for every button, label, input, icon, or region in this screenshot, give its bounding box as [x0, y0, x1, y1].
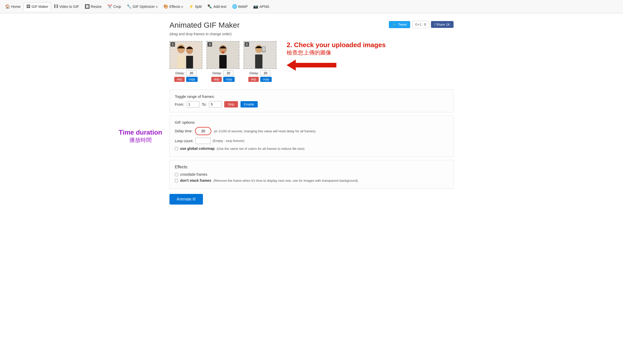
nav-resize-label: Resize [91, 5, 102, 9]
delay-time-row: Delay time: (in 1/100 of second, changin… [175, 127, 448, 135]
tweet-button[interactable]: 🐦 Tweet [389, 21, 410, 28]
effects-label: Effects: [175, 165, 448, 169]
animate-button[interactable]: Animate it! [169, 194, 203, 205]
share-label: Share 1K [436, 23, 450, 26]
copy-button-2[interactable]: copy [223, 77, 235, 82]
nav-split[interactable]: ⚡ Split [186, 3, 204, 10]
social-buttons: 🐦 Tweet G+1 0 f Share 1K [389, 21, 454, 28]
svg-rect-11 [255, 54, 263, 68]
frame-item-2: 3 Delay: [206, 41, 239, 82]
time-callout-line2: 播放時間 [119, 136, 162, 144]
delay-input-2[interactable] [223, 70, 233, 76]
time-callout: Time duration 播放時間 [119, 129, 162, 144]
home-icon: 🏠 [5, 4, 10, 9]
nav-apng[interactable]: 📷 APNG [251, 3, 272, 10]
share-button[interactable]: f Share 1K [431, 21, 454, 28]
svg-rect-13 [262, 47, 265, 51]
colormap-checkbox[interactable] [175, 147, 178, 150]
toggle-range-label: Toggle range of frames: [175, 94, 448, 99]
split-icon: ⚡ [189, 4, 194, 9]
nav-gif-optimizer-label: GIF Optimizer » [133, 5, 158, 9]
skip-button-2[interactable]: skip [211, 77, 222, 82]
svg-rect-8 [219, 55, 227, 68]
frame-delay-row-2: Delay: [213, 70, 234, 76]
header-row: Animated GIF Maker 🐦 Tweet G+1 0 f Share… [169, 21, 454, 29]
nav-crop[interactable]: ✂️ Crop [105, 3, 124, 10]
delay-input-1[interactable] [186, 70, 196, 76]
red-arrow [287, 60, 336, 71]
skip-button-3[interactable]: skip [248, 77, 259, 82]
colormap-hint: (Use the same set of colors for all fram… [217, 147, 304, 151]
gplus-count: 0 [422, 23, 426, 26]
to-label: To: [202, 102, 207, 106]
gif-optimizer-icon: 🔧 [127, 4, 132, 9]
frames-section: 1 [169, 41, 454, 82]
copy-button-1[interactable]: copy [186, 77, 198, 82]
page-subtitle: (drag and drop frames to change order) [169, 32, 454, 36]
frame-delay-row-3: Delay: [250, 70, 271, 76]
nav-home[interactable]: 🏠 Home [3, 3, 23, 10]
svg-point-10 [255, 45, 263, 53]
colormap-row: use global colormap (Use the same set of… [175, 147, 448, 151]
frame-number-2: 3 [207, 42, 212, 47]
copy-button-3[interactable]: copy [260, 77, 272, 82]
toggle-range-row: From: To: Skip Enable [175, 101, 448, 107]
loop-count-input[interactable] [195, 138, 211, 144]
colormap-label: use global colormap [180, 147, 215, 151]
main-content: Animated GIF Maker 🐦 Tweet G+1 0 f Share… [159, 13, 464, 212]
loop-count-row: Loop count: (Empty - loop forever) [175, 138, 448, 144]
nav-gif-maker[interactable]: 🖼 GIF Maker [24, 3, 51, 11]
nav-effects[interactable]: 🎨 Effects » [161, 3, 186, 10]
time-callout-line1: Time duration [119, 129, 162, 136]
nav-video-to-gif[interactable]: 🎞 Video to GIF [51, 3, 81, 10]
effects-section: Effects: crossfade frames don't stack fr… [169, 160, 454, 189]
frame-delay-row-1: Delay: [176, 70, 197, 76]
nav-resize[interactable]: 🔲 Resize [82, 3, 104, 10]
add-text-icon: ✒️ [207, 4, 212, 9]
svg-point-7 [222, 52, 224, 53]
delay-time-label: Delay time: [175, 129, 193, 133]
dont-stack-hint: (Remove the frame when it's time to disp… [213, 179, 358, 183]
nav-webp[interactable]: 🌐 WebP [230, 3, 250, 10]
frame-image-3[interactable]: 2 [244, 41, 276, 69]
crossfade-checkbox[interactable] [175, 173, 178, 176]
gif-options-wrapper: Time duration 播放時間 GIF options: Delay ti… [169, 115, 454, 157]
facebook-icon: f [435, 23, 436, 26]
frame-item-3: 2 Delay: [244, 41, 276, 82]
to-input[interactable] [209, 101, 222, 107]
frame-item-1: 1 [169, 41, 202, 82]
nav-add-text-label: Add text [213, 5, 226, 9]
loop-count-hint: (Empty - loop forever) [213, 139, 245, 143]
delay-time-input[interactable] [198, 128, 208, 134]
skip-button-1[interactable]: skip [174, 77, 185, 82]
nav-add-text[interactable]: ✒️ Add text [205, 3, 229, 10]
frames-list: 1 [169, 41, 276, 82]
toggle-enable-button[interactable]: Enable [240, 101, 258, 107]
delay-time-oval [195, 127, 211, 135]
webp-icon: 🌐 [232, 4, 237, 9]
instruction-subtitle: 檢查您上傳的圖像 [287, 49, 386, 57]
gplus-button[interactable]: G+1 0 [412, 21, 429, 28]
nav-gif-optimizer[interactable]: 🔧 GIF Optimizer » [124, 3, 160, 10]
delay-label-1: Delay: [176, 71, 185, 75]
nav-apng-label: APNG [259, 5, 269, 9]
toggle-skip-button[interactable]: Skip [224, 101, 238, 107]
frame-image-2[interactable]: 3 [206, 41, 239, 69]
dont-stack-checkbox[interactable] [175, 179, 178, 182]
nav-split-label: Split [195, 5, 202, 9]
delay-input-3[interactable] [260, 70, 270, 76]
video-icon: 🎞 [54, 4, 58, 9]
frame-image-1[interactable]: 1 [169, 41, 202, 69]
nav-crop-label: Crop [113, 5, 121, 9]
delay-time-hint: (in 1/100 of second, changing this value… [214, 129, 316, 133]
svg-rect-4 [186, 56, 193, 68]
tweet-label: Tweet [398, 23, 407, 26]
instruction-title: 2. Check your uploaded images [287, 41, 386, 49]
nav-gif-maker-label: GIF Maker [31, 5, 48, 9]
arrow-body [296, 63, 336, 67]
from-input[interactable] [187, 101, 199, 107]
from-label: From: [175, 102, 184, 106]
loop-count-label: Loop count: [175, 139, 193, 143]
crossfade-row: crossfade frames [175, 172, 448, 176]
nav-home-label: Home [11, 5, 21, 9]
